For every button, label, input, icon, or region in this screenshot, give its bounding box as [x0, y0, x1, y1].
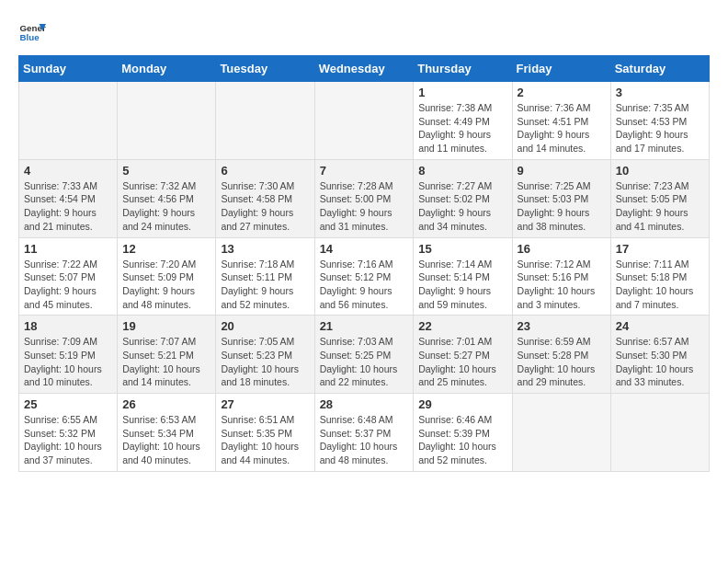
day-cell	[118, 82, 216, 160]
day-info: Sunrise: 6:51 AM Sunset: 5:35 PM Dayligh…	[221, 413, 309, 467]
day-cell: 14Sunrise: 7:16 AM Sunset: 5:12 PM Dayli…	[314, 237, 414, 316]
day-cell	[610, 394, 709, 472]
day-number: 27	[221, 397, 309, 411]
day-info: Sunrise: 7:22 AM Sunset: 5:07 PM Dayligh…	[24, 258, 112, 312]
day-info: Sunrise: 7:28 AM Sunset: 5:00 PM Dayligh…	[320, 179, 409, 234]
day-cell: 28Sunrise: 6:48 AM Sunset: 5:37 PM Dayli…	[314, 394, 414, 472]
day-cell: 11Sunrise: 7:22 AM Sunset: 5:07 PM Dayli…	[19, 237, 118, 316]
day-number: 23	[518, 319, 606, 333]
day-number: 20	[221, 319, 309, 333]
day-number: 13	[221, 242, 309, 256]
week-row-2: 4Sunrise: 7:33 AM Sunset: 4:54 PM Daylig…	[19, 159, 710, 237]
day-info: Sunrise: 6:59 AM Sunset: 5:28 PM Dayligh…	[518, 335, 606, 389]
day-cell	[512, 394, 610, 472]
day-cell: 6Sunrise: 7:30 AM Sunset: 4:58 PM Daylig…	[216, 159, 314, 237]
day-cell: 3Sunrise: 7:35 AM Sunset: 4:53 PM Daylig…	[610, 82, 709, 160]
page-header: General Blue	[18, 18, 710, 46]
day-info: Sunrise: 7:14 AM Sunset: 5:14 PM Dayligh…	[418, 258, 506, 312]
day-number: 24	[616, 319, 704, 333]
day-number: 18	[24, 319, 112, 333]
day-info: Sunrise: 7:20 AM Sunset: 5:09 PM Dayligh…	[122, 258, 210, 312]
day-number: 21	[320, 319, 409, 333]
day-info: Sunrise: 6:46 AM Sunset: 5:39 PM Dayligh…	[418, 413, 506, 467]
day-cell: 20Sunrise: 7:05 AM Sunset: 5:23 PM Dayli…	[216, 316, 314, 394]
day-number: 19	[122, 319, 210, 333]
day-number: 9	[518, 164, 606, 178]
day-info: Sunrise: 7:12 AM Sunset: 5:16 PM Dayligh…	[518, 258, 606, 312]
day-number: 3	[616, 86, 704, 99]
day-cell	[19, 82, 118, 160]
day-number: 22	[418, 319, 506, 333]
day-info: Sunrise: 7:33 AM Sunset: 4:54 PM Dayligh…	[24, 179, 112, 234]
week-row-3: 11Sunrise: 7:22 AM Sunset: 5:07 PM Dayli…	[19, 237, 710, 316]
day-cell: 16Sunrise: 7:12 AM Sunset: 5:16 PM Dayli…	[512, 237, 610, 316]
day-cell: 25Sunrise: 6:55 AM Sunset: 5:32 PM Dayli…	[19, 394, 118, 472]
day-number: 16	[518, 242, 606, 256]
header-cell-wednesday: Wednesday	[314, 56, 414, 82]
calendar-body: 1Sunrise: 7:38 AM Sunset: 4:49 PM Daylig…	[19, 82, 710, 472]
day-info: Sunrise: 7:36 AM Sunset: 4:51 PM Dayligh…	[518, 101, 606, 155]
day-info: Sunrise: 7:35 AM Sunset: 4:53 PM Dayligh…	[616, 101, 704, 155]
header-cell-saturday: Saturday	[610, 56, 709, 82]
day-number: 6	[221, 164, 309, 178]
day-info: Sunrise: 7:27 AM Sunset: 5:02 PM Dayligh…	[418, 179, 506, 234]
day-number: 10	[616, 164, 704, 178]
day-info: Sunrise: 7:30 AM Sunset: 4:58 PM Dayligh…	[221, 179, 309, 234]
day-cell: 17Sunrise: 7:11 AM Sunset: 5:18 PM Dayli…	[610, 237, 709, 316]
day-info: Sunrise: 6:57 AM Sunset: 5:30 PM Dayligh…	[616, 335, 704, 389]
day-number: 8	[418, 164, 506, 178]
header-cell-sunday: Sunday	[19, 56, 118, 82]
logo-icon: General Blue	[18, 18, 46, 46]
day-info: Sunrise: 7:16 AM Sunset: 5:12 PM Dayligh…	[320, 258, 409, 312]
logo: General Blue	[18, 18, 50, 46]
day-number: 25	[24, 397, 112, 411]
day-cell: 4Sunrise: 7:33 AM Sunset: 4:54 PM Daylig…	[19, 159, 118, 237]
day-number: 15	[418, 242, 506, 256]
svg-text:Blue: Blue	[20, 32, 40, 42]
day-info: Sunrise: 7:03 AM Sunset: 5:25 PM Dayligh…	[320, 335, 409, 389]
day-cell	[314, 82, 414, 160]
week-row-1: 1Sunrise: 7:38 AM Sunset: 4:49 PM Daylig…	[19, 82, 710, 160]
day-info: Sunrise: 7:01 AM Sunset: 5:27 PM Dayligh…	[418, 335, 506, 389]
day-info: Sunrise: 7:07 AM Sunset: 5:21 PM Dayligh…	[122, 335, 210, 389]
day-info: Sunrise: 7:09 AM Sunset: 5:19 PM Dayligh…	[24, 335, 112, 389]
day-cell: 15Sunrise: 7:14 AM Sunset: 5:14 PM Dayli…	[414, 237, 512, 316]
day-cell: 5Sunrise: 7:32 AM Sunset: 4:56 PM Daylig…	[118, 159, 216, 237]
day-info: Sunrise: 7:38 AM Sunset: 4:49 PM Dayligh…	[418, 101, 506, 155]
day-cell: 1Sunrise: 7:38 AM Sunset: 4:49 PM Daylig…	[414, 82, 512, 160]
day-cell: 7Sunrise: 7:28 AM Sunset: 5:00 PM Daylig…	[314, 159, 414, 237]
calendar-header: SundayMondayTuesdayWednesdayThursdayFrid…	[19, 56, 710, 82]
day-cell: 9Sunrise: 7:25 AM Sunset: 5:03 PM Daylig…	[512, 159, 610, 237]
header-cell-friday: Friday	[512, 56, 610, 82]
day-number: 29	[418, 397, 506, 411]
day-number: 5	[122, 164, 210, 178]
day-cell: 24Sunrise: 6:57 AM Sunset: 5:30 PM Dayli…	[610, 316, 709, 394]
day-cell: 22Sunrise: 7:01 AM Sunset: 5:27 PM Dayli…	[414, 316, 512, 394]
day-cell: 27Sunrise: 6:51 AM Sunset: 5:35 PM Dayli…	[216, 394, 314, 472]
day-number: 12	[122, 242, 210, 256]
day-info: Sunrise: 7:23 AM Sunset: 5:05 PM Dayligh…	[616, 179, 704, 234]
day-cell: 18Sunrise: 7:09 AM Sunset: 5:19 PM Dayli…	[19, 316, 118, 394]
header-row: SundayMondayTuesdayWednesdayThursdayFrid…	[19, 56, 710, 82]
day-cell: 26Sunrise: 6:53 AM Sunset: 5:34 PM Dayli…	[118, 394, 216, 472]
day-cell: 13Sunrise: 7:18 AM Sunset: 5:11 PM Dayli…	[216, 237, 314, 316]
day-number: 7	[320, 164, 409, 178]
day-number: 14	[320, 242, 409, 256]
header-cell-tuesday: Tuesday	[216, 56, 314, 82]
day-cell: 29Sunrise: 6:46 AM Sunset: 5:39 PM Dayli…	[414, 394, 512, 472]
day-cell: 12Sunrise: 7:20 AM Sunset: 5:09 PM Dayli…	[118, 237, 216, 316]
header-cell-monday: Monday	[118, 56, 216, 82]
day-cell: 21Sunrise: 7:03 AM Sunset: 5:25 PM Dayli…	[314, 316, 414, 394]
day-cell	[216, 82, 314, 160]
day-cell: 19Sunrise: 7:07 AM Sunset: 5:21 PM Dayli…	[118, 316, 216, 394]
day-info: Sunrise: 7:11 AM Sunset: 5:18 PM Dayligh…	[616, 258, 704, 312]
day-cell: 23Sunrise: 6:59 AM Sunset: 5:28 PM Dayli…	[512, 316, 610, 394]
day-number: 26	[122, 397, 210, 411]
day-info: Sunrise: 7:05 AM Sunset: 5:23 PM Dayligh…	[221, 335, 309, 389]
day-info: Sunrise: 7:32 AM Sunset: 4:56 PM Dayligh…	[122, 179, 210, 234]
day-info: Sunrise: 6:53 AM Sunset: 5:34 PM Dayligh…	[122, 413, 210, 467]
day-cell: 10Sunrise: 7:23 AM Sunset: 5:05 PM Dayli…	[610, 159, 709, 237]
week-row-4: 18Sunrise: 7:09 AM Sunset: 5:19 PM Dayli…	[19, 316, 710, 394]
day-info: Sunrise: 6:55 AM Sunset: 5:32 PM Dayligh…	[24, 413, 112, 467]
day-info: Sunrise: 7:18 AM Sunset: 5:11 PM Dayligh…	[221, 258, 309, 312]
